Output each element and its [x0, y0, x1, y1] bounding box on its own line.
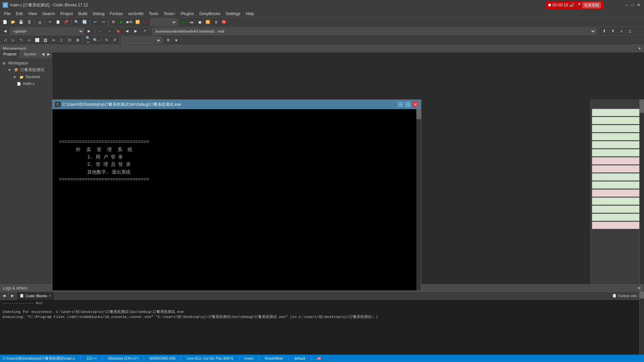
menu-file[interactable]: File	[1, 11, 13, 17]
img-btn[interactable]: 🖼	[42, 37, 49, 44]
rebuild-button[interactable]: 🔁	[134, 18, 141, 26]
debug-step-btn[interactable]: ⏭	[188, 18, 195, 26]
cut-button[interactable]: ✂	[46, 18, 54, 26]
goto-decl-btn[interactable]: ⬆	[600, 28, 608, 35]
logs-tab-fortran[interactable]: 📋 Fortran info ✕	[609, 292, 644, 300]
menu-plugins[interactable]: Plugins	[178, 11, 196, 17]
frame1-btn[interactable]: ▯	[58, 37, 65, 44]
nav-prev-mark[interactable]: ◀	[123, 28, 131, 35]
menu-project[interactable]: Project	[58, 11, 76, 17]
debug-pause-btn[interactable]: ⏸	[212, 18, 220, 26]
settings-icon-btn[interactable]: ⚙	[165, 37, 172, 44]
sidebar-nav-right[interactable]: ▶	[46, 50, 52, 58]
cursor-tool-btn[interactable]: ↖	[17, 37, 25, 44]
menu-edit[interactable]: Edit	[13, 11, 26, 17]
tab-symbols[interactable]: Symbol	[20, 50, 40, 58]
close-button[interactable]: ✕	[636, 2, 641, 8]
frame2-btn[interactable]: ⊡	[66, 37, 73, 44]
toolbar-main: 📄 📂 💾 🗄 🖨 ✂ 📋 📌 🔍 🔄 ↩ ↪ ⚙ ▶ ▶⚙ 🔁 ✕ Debug…	[0, 17, 644, 27]
run-button[interactable]: ▶	[118, 18, 125, 26]
size-btn[interactable]: ⇔	[50, 37, 57, 44]
menu-toolsplus[interactable]: Tools+	[161, 11, 178, 17]
console-maximize-btn[interactable]: □	[405, 101, 411, 107]
build-target-btn[interactable]: ⚙	[110, 18, 117, 26]
dot-btn[interactable]: ·	[635, 28, 643, 35]
maximize-button[interactable]: □	[630, 2, 635, 8]
project-item[interactable]: ▼ 📦 订餐系统测试	[5, 66, 52, 74]
menu-wxsmith[interactable]: wxSmith	[126, 11, 146, 17]
logs-nav-right[interactable]: ▶	[8, 292, 17, 300]
nav-next-mark[interactable]: ▶	[132, 28, 139, 35]
sep2	[45, 19, 45, 25]
menu-settings[interactable]: Settings	[223, 11, 243, 17]
right-scrollbar[interactable]	[639, 99, 644, 294]
replace-button[interactable]: 🔄	[81, 18, 88, 26]
menu-fortran[interactable]: Fortran	[107, 11, 126, 17]
menu-help[interactable]: Help	[243, 11, 257, 17]
debug-abort-btn[interactable]: ⛔	[220, 18, 228, 26]
logs-nav-left[interactable]: ◀	[0, 292, 8, 300]
logs-tab1-close[interactable]: ✕	[49, 294, 51, 298]
find-button[interactable]: 🔍	[73, 18, 80, 26]
menu-debug[interactable]: Debug	[90, 11, 107, 17]
undo-button[interactable]: ↩	[91, 18, 99, 26]
sources-item[interactable]: ▼ 📁 Sources	[11, 74, 52, 80]
menu-tools[interactable]: Tools	[146, 11, 161, 17]
paste-button[interactable]: 📌	[62, 18, 70, 26]
nav-back-btn[interactable]: ◀	[1, 28, 9, 35]
menu-build[interactable]: Build	[76, 11, 90, 17]
stop-build-button[interactable]: ✕	[142, 18, 149, 26]
goto-impl-btn[interactable]: ⬇	[609, 28, 616, 35]
refresh1-btn[interactable]: ↻	[103, 37, 110, 44]
refresh2-btn[interactable]: ↺	[111, 37, 118, 44]
file-item[interactable]: 📄 main.c	[0, 80, 52, 87]
build-run-button[interactable]: ▶⚙	[126, 18, 133, 26]
redo-button[interactable]: ↪	[99, 18, 107, 26]
rect-select-btn[interactable]: ▭	[26, 37, 33, 44]
debug-stop-btn[interactable]: ⏹	[196, 18, 203, 26]
scope-dropdown[interactable]: <global>	[10, 28, 84, 35]
match-btn[interactable]: ≡	[618, 28, 625, 35]
open-button[interactable]: 📂	[9, 18, 17, 26]
frame3-btn[interactable]: ⊠	[74, 37, 81, 44]
zoom-in-btn[interactable]: 🔍+	[84, 37, 92, 44]
filter-btn[interactable]: ▼	[173, 37, 180, 44]
function-dropdown[interactable]: businessorderdel(twolink5 twohead) : voi…	[152, 28, 596, 35]
symbol-search-dropdown[interactable]	[121, 37, 162, 44]
copy-button[interactable]: 📋	[54, 18, 62, 26]
new-button[interactable]: 📄	[1, 18, 9, 26]
sidebar-nav-left[interactable]: ◀	[40, 50, 46, 58]
workspace-item[interactable]: 🖥 Workspace	[0, 60, 52, 66]
nav-fwd-btn[interactable]: ▶	[85, 28, 93, 35]
nav-arrow-r[interactable]: →	[106, 28, 113, 35]
symbol-btn[interactable]: Σ	[627, 28, 634, 35]
menu-view[interactable]: View	[26, 11, 40, 17]
debug-run-btn[interactable]: ▶	[180, 18, 187, 26]
menu-doxyblocks[interactable]: DoxyBlocks	[197, 11, 223, 17]
logs-tab-codeblocks[interactable]: 📋 Code::Blocks ✕	[17, 292, 54, 300]
debug-next-btn[interactable]: ⏩	[204, 18, 212, 26]
tab-projects[interactable]: Projects	[0, 50, 20, 58]
console-scrollbar[interactable]	[416, 109, 421, 290]
save-button[interactable]: 💾	[17, 18, 25, 26]
ellipse-btn[interactable]: ⬜	[34, 37, 41, 44]
search-prev-btn[interactable]: ◁	[1, 37, 9, 44]
nav-arrow-l[interactable]: ←	[97, 28, 104, 35]
console-minimize-btn[interactable]: ─	[398, 101, 404, 107]
jump-btn[interactable]: ↗	[141, 28, 148, 35]
print-button[interactable]: 🖨	[36, 18, 43, 26]
search-next-btn[interactable]: ▷	[9, 37, 17, 44]
minimize-button[interactable]: ─	[624, 2, 629, 8]
zoom-out-btn[interactable]: 🔍-	[92, 37, 100, 44]
stop-recording-button[interactable]: 结束录制	[582, 2, 601, 8]
rp-row-0	[592, 101, 643, 108]
logs-scrollbar-v[interactable]	[639, 292, 644, 355]
bookmark-btn[interactable]: 🔖	[114, 28, 122, 35]
console-close-btn[interactable]: ✕	[412, 101, 418, 107]
logs-close-btn[interactable]: ✕	[637, 285, 641, 291]
workspace-label: Workspace	[8, 61, 28, 65]
debug-target-dropdown[interactable]: Debug	[150, 19, 177, 26]
rp-row-10	[592, 181, 643, 189]
save-all-button[interactable]: 🗄	[26, 18, 33, 26]
menu-search[interactable]: Search	[40, 11, 58, 17]
